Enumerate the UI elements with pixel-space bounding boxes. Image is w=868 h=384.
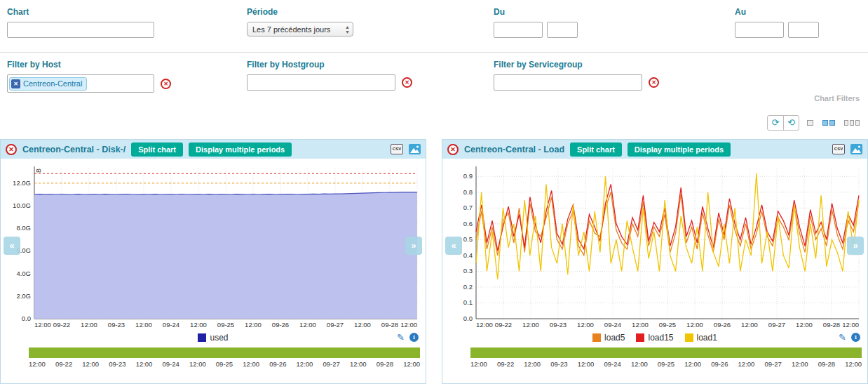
au-filter-group: Au [735, 7, 819, 38]
svg-text:09-27: 09-27 [768, 321, 785, 329]
edit-chart-icon[interactable]: ✎ [397, 332, 405, 343]
svg-text:8.0G: 8.0G [16, 224, 31, 232]
auto-refresh-icon[interactable]: ⟲ [783, 116, 799, 130]
svg-text:0.1: 0.1 [463, 298, 473, 306]
load-chart-canvas[interactable]: 12:0009-2212:0009-2312:0009-2412:0009-25… [444, 161, 864, 330]
info-icon[interactable]: i [409, 333, 419, 342]
svg-text:09-28: 09-28 [823, 321, 840, 329]
svg-text:12:00: 12:00 [577, 321, 594, 329]
periode-selected-value: Les 7 précédents jours [252, 25, 330, 34]
svg-text:12:00: 12:00 [299, 321, 316, 329]
select-arrows-icon: ▲▼ [345, 25, 350, 34]
load-panel-header: ✕ Centreon-Central - Load Split chart Di… [442, 140, 867, 159]
servicegroup-clear-icon[interactable]: ✕ [649, 77, 659, 88]
svg-text:0.3: 0.3 [463, 267, 473, 274]
svg-text:12:00: 12:00 [796, 321, 813, 329]
du-date-input[interactable] [494, 22, 543, 38]
svg-text:0.9: 0.9 [463, 172, 473, 180]
refresh-icon[interactable]: ⟳ [768, 116, 783, 130]
svg-text:0.4: 0.4 [463, 251, 473, 259]
servicegroup-filter-input[interactable] [494, 74, 642, 91]
svg-text:2.0G: 2.0G [16, 292, 31, 300]
du-time-input[interactable] [547, 22, 578, 38]
info-icon[interactable]: i [851, 333, 860, 342]
split-chart-button[interactable]: Split chart [131, 143, 183, 157]
hostgroup-filter-group: Filter by Hostgroup ✕ [247, 60, 412, 91]
edit-chart-icon[interactable]: ✎ [839, 332, 846, 343]
svg-text:0.6: 0.6 [463, 220, 473, 227]
export-image-icon[interactable] [409, 144, 421, 154]
layout-one-column-button[interactable] [806, 119, 815, 127]
timeline-axis-labels: 12:0009-2212:0009-2312:0009-2412:0009-25… [470, 360, 862, 368]
svg-text:12:00: 12:00 [686, 321, 703, 329]
svg-text:09-23: 09-23 [108, 321, 125, 329]
close-chart-icon[interactable]: ✕ [447, 144, 459, 155]
svg-text:12:00: 12:00 [135, 321, 152, 329]
chart-filter-group: Chart [7, 7, 154, 38]
hostgroup-clear-icon[interactable]: ✕ [402, 77, 412, 88]
host-chip-label: Centreon-Central [23, 79, 82, 88]
periode-filter-group: Période Les 7 précédents jours ▲▼ [247, 7, 353, 37]
chart-filter-input[interactable] [7, 22, 154, 38]
au-time-input[interactable] [788, 22, 819, 38]
load-panel-title: Centreon-Central - Load [464, 145, 564, 154]
chart-filters-section-label: Chart Filters [814, 94, 860, 102]
host-filter-input[interactable]: ✕ Centreon-Central [7, 74, 154, 93]
timeline-selector-bar[interactable] [29, 347, 420, 358]
chip-remove-icon[interactable]: ✕ [11, 79, 20, 88]
svg-text:0.8: 0.8 [463, 188, 473, 196]
layout-two-columns-button[interactable] [821, 119, 836, 127]
svg-text:12:00: 12:00 [34, 321, 51, 329]
periode-select[interactable]: Les 7 précédents jours ▲▼ [247, 22, 353, 37]
export-csv-icon[interactable]: CSV [391, 144, 403, 154]
view-toolbar: ⟳ ⟲ [0, 105, 868, 139]
layout-three-columns-button[interactable] [843, 119, 861, 127]
svg-text:12:00: 12:00 [476, 321, 493, 329]
chart-panel-disk: ✕ Centreon-Central - Disk-/ Split chart … [0, 139, 426, 384]
display-multiple-periods-button[interactable]: Display multiple periods [628, 143, 731, 157]
svg-text:0.2: 0.2 [463, 283, 473, 291]
refresh-button-group: ⟳ ⟲ [767, 115, 799, 131]
disk-chart-canvas[interactable]: 12:0009-2212:0009-2312:0009-2412:0009-25… [2, 161, 423, 330]
host-filter-group: Filter by Host ✕ Centreon-Central ✕ [7, 60, 171, 93]
scroll-left-button[interactable]: « [4, 237, 20, 255]
svg-text:09-25: 09-25 [217, 321, 234, 329]
scroll-left-button[interactable]: « [445, 237, 462, 255]
split-chart-button[interactable]: Split chart [570, 143, 622, 157]
export-image-icon[interactable] [850, 144, 862, 154]
svg-text:12.0G: 12.0G [13, 179, 31, 187]
legend-item[interactable]: load5 [592, 333, 625, 343]
legend-item[interactable]: load1 [685, 333, 717, 343]
host-chip: ✕ Centreon-Central [9, 77, 87, 91]
timeline-selector-bar[interactable] [470, 347, 862, 358]
svg-text:B: B [35, 168, 42, 173]
filters-row-1: Chart Période Les 7 précédents jours ▲▼ … [0, 0, 868, 52]
hostgroup-filter-input[interactable] [247, 74, 395, 91]
load-legend: load5load15load1 ✎ i [442, 330, 867, 345]
svg-text:09-26: 09-26 [272, 321, 289, 329]
svg-text:12:00: 12:00 [522, 321, 539, 329]
close-chart-icon[interactable]: ✕ [6, 144, 17, 155]
svg-text:12:00: 12:00 [842, 321, 859, 329]
display-multiple-periods-button[interactable]: Display multiple periods [189, 143, 292, 157]
host-clear-icon[interactable]: ✕ [161, 79, 171, 89]
disk-panel-title: Centreon-Central - Disk-/ [22, 145, 126, 154]
legend-item[interactable]: load15 [636, 333, 673, 343]
svg-text:4.0G: 4.0G [16, 270, 31, 277]
svg-text:12:00: 12:00 [632, 321, 649, 329]
svg-text:09-24: 09-24 [163, 321, 179, 329]
svg-text:09-28: 09-28 [381, 321, 398, 329]
filters-row-2: Filter by Host ✕ Centreon-Central ✕ Filt… [0, 52, 868, 105]
scroll-right-button[interactable]: » [847, 237, 864, 255]
svg-text:09-22: 09-22 [53, 321, 70, 329]
svg-text:10.0G: 10.0G [13, 201, 31, 209]
servicegroup-filter-group: Filter by Servicegroup ✕ [494, 60, 659, 91]
disk-legend: used ✎ i [1, 330, 426, 345]
legend-item[interactable]: used [198, 333, 228, 343]
chart-filter-label: Chart [7, 7, 154, 17]
charts-row: ✕ Centreon-Central - Disk-/ Split chart … [0, 139, 868, 384]
au-date-input[interactable] [735, 22, 784, 38]
export-csv-icon[interactable]: CSV [832, 144, 845, 154]
svg-text:09-25: 09-25 [659, 321, 676, 329]
scroll-right-button[interactable]: » [405, 237, 422, 255]
